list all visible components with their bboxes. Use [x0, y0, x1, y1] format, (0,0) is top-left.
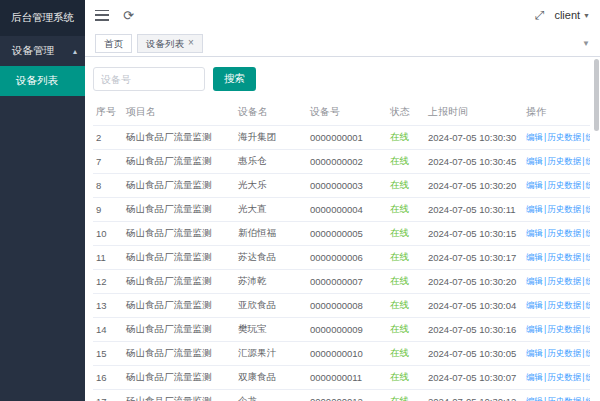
- col-header-operation: 操作: [523, 99, 590, 126]
- cell-device-no: 0000000008: [307, 294, 387, 318]
- cell-project: 砀山食品厂流量监测: [123, 342, 235, 366]
- cell-device: 光大乐: [235, 174, 307, 198]
- cell-device: 亚欣食品: [235, 294, 307, 318]
- status-badge: 在线: [387, 174, 425, 198]
- hamburger-icon[interactable]: [95, 10, 109, 21]
- history-data-link[interactable]: 历史数据: [547, 276, 581, 286]
- stats-report-link[interactable]: 统计报表: [585, 180, 590, 190]
- cell-device-no: 0000000010: [307, 342, 387, 366]
- sidebar-item-device-list[interactable]: 设备列表: [0, 66, 85, 96]
- edit-link[interactable]: 编辑: [526, 372, 543, 382]
- search-input[interactable]: [93, 67, 205, 91]
- edit-link[interactable]: 编辑: [526, 396, 543, 401]
- separator: |: [544, 300, 546, 310]
- cell-operations: 编辑|历史数据|统计报表: [523, 342, 590, 366]
- refresh-icon[interactable]: ⟳: [123, 9, 134, 22]
- history-data-link[interactable]: 历史数据: [547, 252, 581, 262]
- history-data-link[interactable]: 历史数据: [547, 396, 581, 401]
- stats-report-link[interactable]: 统计报表: [585, 372, 590, 382]
- status-badge: 在线: [387, 270, 425, 294]
- chevron-down-icon[interactable]: ▼: [582, 39, 590, 48]
- cell-device: 双康食品: [235, 366, 307, 390]
- cell-no: 8: [93, 174, 123, 198]
- fullscreen-icon[interactable]: ⤢: [535, 8, 545, 22]
- table-header-row: 序号 项目名 设备名 设备号 状态 上报时间 操作: [93, 99, 590, 126]
- cell-operations: 编辑|历史数据|统计报表: [523, 174, 590, 198]
- separator: |: [544, 156, 546, 166]
- history-data-link[interactable]: 历史数据: [547, 300, 581, 310]
- edit-link[interactable]: 编辑: [526, 132, 543, 142]
- cell-device: 樊玩宝: [235, 318, 307, 342]
- cell-device: 汇源果汁: [235, 342, 307, 366]
- history-data-link[interactable]: 历史数据: [547, 204, 581, 214]
- col-header-project: 项目名: [123, 99, 235, 126]
- edit-link[interactable]: 编辑: [526, 324, 543, 334]
- edit-link[interactable]: 编辑: [526, 252, 543, 262]
- close-icon[interactable]: ×: [188, 38, 194, 48]
- cell-project: 砀山食品厂流量监测: [123, 222, 235, 246]
- cell-no: 10: [93, 222, 123, 246]
- cell-no: 11: [93, 246, 123, 270]
- cell-time: 2024-07-05 10:30:45: [425, 150, 523, 174]
- cell-time: 2024-07-05 10:30:11: [425, 198, 523, 222]
- stats-report-link[interactable]: 统计报表: [585, 324, 590, 334]
- stats-report-link[interactable]: 统计报表: [585, 276, 590, 286]
- stats-report-link[interactable]: 统计报表: [585, 132, 590, 142]
- edit-link[interactable]: 编辑: [526, 180, 543, 190]
- table-row: 11 砀山食品厂流量监测 苏达食品 0000000006 在线 2024-07-…: [93, 246, 590, 270]
- stats-report-link[interactable]: 统计报表: [585, 204, 590, 214]
- cell-device: 新伯恒福: [235, 222, 307, 246]
- cell-project: 砀山食品厂流量监测: [123, 366, 235, 390]
- cell-operations: 编辑|历史数据|统计报表: [523, 126, 590, 150]
- cell-operations: 编辑|历史数据|统计报表: [523, 318, 590, 342]
- history-data-link[interactable]: 历史数据: [547, 156, 581, 166]
- content-panel: 搜索 序号 项目名 设备名 设备号 状态 上报时间 操作: [85, 57, 600, 401]
- stats-report-link[interactable]: 统计报表: [585, 300, 590, 310]
- history-data-link[interactable]: 历史数据: [547, 228, 581, 238]
- cell-device-no: 0000000006: [307, 246, 387, 270]
- tab-label: 设备列表: [146, 35, 184, 52]
- separator: |: [544, 396, 546, 401]
- stats-report-link[interactable]: 统计报表: [585, 348, 590, 358]
- tab-home[interactable]: 首页: [95, 34, 132, 53]
- table-body: 2 砀山食品厂流量监测 海升集团 0000000001 在线 2024-07-0…: [93, 126, 590, 401]
- edit-link[interactable]: 编辑: [526, 156, 543, 166]
- main-area: ⟳ ⤢ client ▼ 首页 设备列表 × ▼ 搜索: [85, 0, 600, 401]
- sidebar-item-device-management[interactable]: 设备管理 ▴: [0, 36, 85, 66]
- cell-device-no: 0000000012: [307, 390, 387, 401]
- scrollbar-thumb[interactable]: [594, 59, 599, 131]
- cell-project: 砀山食品厂流量监测: [123, 174, 235, 198]
- search-button[interactable]: 搜索: [213, 67, 256, 91]
- edit-link[interactable]: 编辑: [526, 204, 543, 214]
- cell-device: 惠乐仓: [235, 150, 307, 174]
- chevron-up-icon: ▴: [73, 47, 77, 56]
- cell-operations: 编辑|历史数据|统计报表: [523, 270, 590, 294]
- edit-link[interactable]: 编辑: [526, 348, 543, 358]
- edit-link[interactable]: 编辑: [526, 228, 543, 238]
- stats-report-link[interactable]: 统计报表: [585, 396, 590, 401]
- separator: |: [544, 180, 546, 190]
- cell-no: 9: [93, 198, 123, 222]
- history-data-link[interactable]: 历史数据: [547, 132, 581, 142]
- history-data-link[interactable]: 历史数据: [547, 324, 581, 334]
- edit-link[interactable]: 编辑: [526, 300, 543, 310]
- history-data-link[interactable]: 历史数据: [547, 180, 581, 190]
- stats-report-link[interactable]: 统计报表: [585, 252, 590, 262]
- scrollbar[interactable]: [594, 59, 599, 389]
- stats-report-link[interactable]: 统计报表: [585, 156, 590, 166]
- history-data-link[interactable]: 历史数据: [547, 348, 581, 358]
- table-row: 16 砀山食品厂流量监测 双康食品 0000000011 在线 2024-07-…: [93, 366, 590, 390]
- cell-project: 砀山食品厂流量监测: [123, 246, 235, 270]
- cell-project: 砀山食品厂流量监测: [123, 318, 235, 342]
- cell-operations: 编辑|历史数据|统计报表: [523, 246, 590, 270]
- tab-device-list[interactable]: 设备列表 ×: [137, 34, 203, 53]
- stats-report-link[interactable]: 统计报表: [585, 228, 590, 238]
- separator: |: [544, 276, 546, 286]
- status-badge: 在线: [387, 366, 425, 390]
- user-dropdown[interactable]: client ▼: [554, 9, 590, 21]
- cell-device-no: 0000000002: [307, 150, 387, 174]
- cell-device: 苏达食品: [235, 246, 307, 270]
- history-data-link[interactable]: 历史数据: [547, 372, 581, 382]
- edit-link[interactable]: 编辑: [526, 276, 543, 286]
- cell-no: 16: [93, 366, 123, 390]
